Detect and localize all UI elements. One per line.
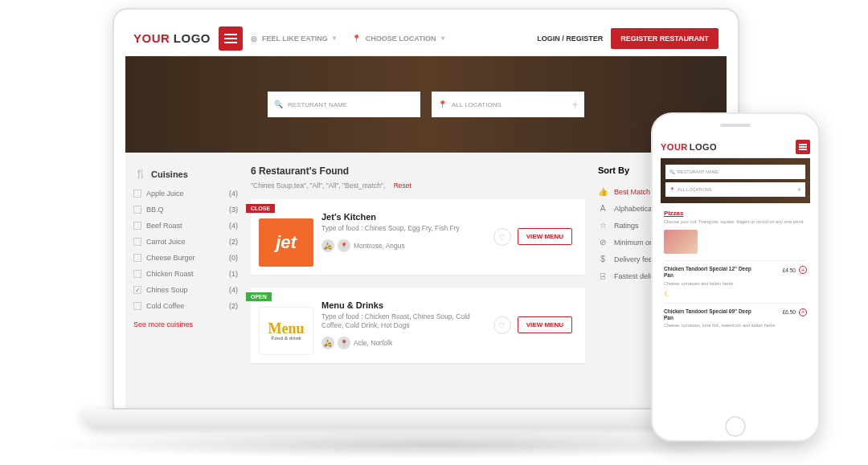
restaurant-name-input[interactable]: 🔍 RESTURANT NAME [665,165,805,179]
cuisine-label: BB.Q [146,206,164,214]
category-desc: Choose your cut: Triangular, square, fin… [664,219,807,225]
chevron-down-icon: ▾ [333,35,336,42]
name-placeholder: RESTURANT NAME [288,101,347,108]
cuisine-filter[interactable]: Carrot Juice(2) [133,234,238,250]
feel-label: FEEL LIKE EATING [262,35,328,43]
sort-icon: A [598,204,608,213]
pin-icon: 📍 [352,35,361,43]
add-button[interactable]: + [799,308,807,316]
top-bar: YOUR LOGO ◎ FEEL LIKE EATING ▾ 📍 CHOOSE … [125,21,727,56]
pin-icon: 📍 [669,187,675,192]
mobile-hero: 🔍 RESTURANT NAME 📍 ALL LOCATIONS ✛ [661,158,810,203]
item-desc: Cheese, tomatoes and italian herbs [664,281,807,287]
restaurant-name: Menu & Drinks [321,300,485,310]
phone-home-button[interactable] [725,416,746,437]
cuisine-count: (4) [229,286,238,294]
cuisine-label: Apple Juice [146,190,184,198]
cuisines-heading: 🍴 Cuisines [133,165,238,186]
hero-search: 🔍 RESTURANT NAME 📍 ALL LOCATIONS ✛ [125,56,727,153]
sort-label: Best Match [614,188,650,196]
add-button[interactable]: + [799,266,807,274]
checkbox-icon [133,254,141,262]
delivery-icon: 🛵 [321,239,334,252]
cuisine-label: Beef Roast [146,222,182,230]
register-restaurant-button[interactable]: REGISTER RESTAURANT [611,28,719,49]
category-thumbnail [664,230,698,254]
cuisine-count: (3) [229,206,238,214]
checkbox-icon [133,302,141,310]
cuisine-count: (4) [229,222,238,230]
restaurant-location: 🛵 📍 Acle, Norfolk [321,337,485,349]
restaurant-type: Type of food : Chines Soup, Egg Fry, Fis… [321,224,485,233]
cuisine-count: (4) [229,190,238,198]
pin-icon: 📍 [438,100,447,108]
cuisine-filter[interactable]: ✓Chines Soup(4) [133,282,238,298]
menu-item[interactable]: Chicken Tandoori Special 12" Deep Pan £4… [664,260,807,303]
see-more-cuisines-link[interactable]: See more cuisines [133,314,238,328]
pin-icon: 📍 [338,239,350,252]
loc-placeholder: ALL LOCATIONS [452,101,502,108]
logo[interactable]: YOUR LOGO [133,31,211,46]
sort-icon: ⊘ [598,238,608,247]
restaurant-name-input[interactable]: 🔍 RESTURANT NAME [268,92,420,117]
favorite-button[interactable]: ♡ [493,228,511,246]
cuisine-filter[interactable]: Apple Juice(4) [133,186,238,202]
sort-label: Ratings [614,222,639,230]
phone-frame: YOUR LOGO 🔍 RESTURANT NAME 📍 ALL LOCATIO… [651,112,820,442]
mobile-body: Pizzas Choose your cut: Triangular, squa… [661,203,810,341]
choose-location-dropdown[interactable]: 📍 CHOOSE LOCATION ▾ [352,35,444,43]
results-count: 6 Restaurant's Found [251,165,585,177]
hamburger-icon[interactable] [796,140,810,154]
delivery-icon: 🛵 [321,337,334,349]
chevron-down-icon: ▾ [441,35,444,42]
cuisine-label: Cold Coffee [146,302,184,310]
restaurant-type: Type of food : Chicken Roast, Chines Sou… [321,312,485,330]
cuisine-label: Chicken Roast [146,270,194,278]
phone-icon: ☾ [664,289,807,298]
sort-icon: $ [598,255,608,263]
cuisine-label: Chines Soup [146,286,188,294]
checkbox-icon [133,238,141,246]
menu-item[interactable]: Chicken Tandoori Special 09" Deep Pan £6… [664,303,807,334]
cuisine-label: Cheese Burger [146,254,195,262]
view-menu-button[interactable]: VIEW MENU [518,228,572,245]
restaurant-logo: MenuFood & drink [259,307,313,355]
view-menu-button[interactable]: VIEW MENU [518,316,572,333]
sort-icon: ☆ [598,221,608,230]
cuisine-filter[interactable]: Chicken Roast(1) [133,266,238,282]
logo-logo: LOGO [174,31,211,45]
search-icon: 🔍 [669,169,675,174]
search-icon: 🔍 [274,100,283,108]
cuisine-count: (0) [229,254,238,262]
status-badge: CLOSE [246,204,275,213]
cuisines-sidebar: 🍴 Cuisines Apple Juice(4)BB.Q(3)Beef Roa… [133,165,238,376]
checkbox-icon [133,222,141,230]
desktop-viewport: YOUR LOGO ◎ FEEL LIKE EATING ▾ 📍 CHOOSE … [125,21,727,408]
checkbox-icon [133,206,141,214]
active-filters: "Chines Soup,tea", "All", "All", "Best_m… [251,182,585,190]
restaurant-logo: jet [259,218,313,267]
locate-icon[interactable]: ✛ [572,101,578,108]
phone-speaker [720,124,751,127]
favorite-button[interactable]: ♡ [493,316,511,334]
hamburger-icon[interactable] [219,27,243,51]
status-badge: OPEN [246,292,272,301]
item-name: Chicken Tandoori Special 09" Deep Pan [664,308,760,321]
category-title[interactable]: Pizzas [664,210,807,217]
cuisine-count: (1) [229,270,238,278]
cuisine-filter[interactable]: Cheese Burger(0) [133,250,238,266]
sort-label: Delivery fee [614,255,653,263]
login-register-link[interactable]: LOGIN / REGISTER [537,35,603,43]
cuisine-filter[interactable]: BB.Q(3) [133,202,238,218]
reset-link[interactable]: Reset [394,182,411,190]
feel-like-eating-dropdown[interactable]: ◎ FEEL LIKE EATING ▾ [251,35,336,43]
location-input[interactable]: 📍 ALL LOCATIONS ✛ [432,92,584,117]
locate-icon[interactable]: ✛ [797,187,801,192]
logo[interactable]: YOUR LOGO [661,142,717,152]
cuisine-filter[interactable]: Cold Coffee(2) [133,298,238,314]
location-input[interactable]: 📍 ALL LOCATIONS ✛ [665,182,805,197]
sort-label: Alphabetical [614,205,653,213]
cuisine-filter[interactable]: Beef Roast(4) [133,218,238,234]
restaurant-card: OPEN MenuFood & drink Menu & Drinks Type… [251,288,585,363]
item-desc: Cheese, tomatoes, tuna fish, sweetcorn a… [664,323,807,328]
